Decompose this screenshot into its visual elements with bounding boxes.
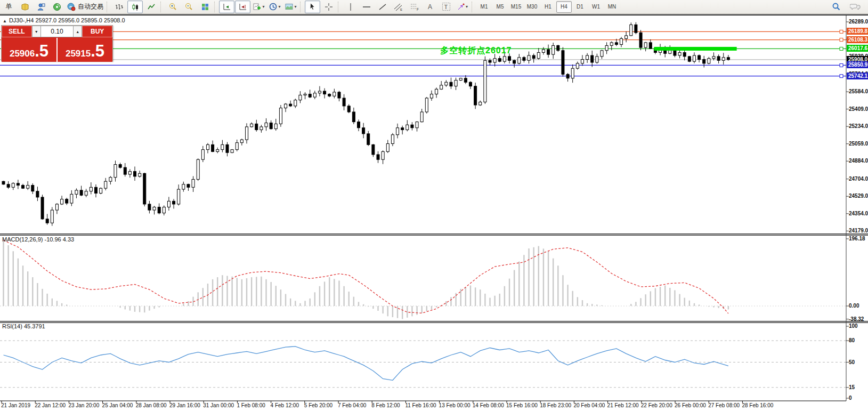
buy-price-frac: .5 [91,41,104,61]
chart-annotation-text[interactable]: 多空转折点26017 [440,45,512,57]
dropdown-icon: ▾ [278,4,280,9]
svg-text:E: E [400,8,402,11]
timeframe-button-D1[interactable]: D1 [572,1,588,13]
time-axis-label: 27 Feb 08:00 [708,402,740,408]
buy-button[interactable]: BUY [82,26,112,37]
auto-scroll-button[interactable] [219,1,234,13]
text-button[interactable]: A [423,1,438,13]
time-axis-label: 26 Feb 00:00 [675,402,706,408]
timeframe-button-H4[interactable]: H4 [556,1,572,13]
time-axis-label: 7 Feb 04:00 [338,402,366,408]
price-axis-label: 25234.0 [849,123,867,129]
periods-dropdown[interactable]: ▾ [267,1,282,13]
line-handle[interactable] [840,63,843,67]
toolbar-separator [472,2,475,12]
chart-canvas[interactable] [0,15,868,411]
tile-windows-button[interactable] [197,1,213,13]
highlight-box[interactable] [654,47,736,51]
svg-text:T: T [444,4,448,10]
bar-chart-button[interactable] [111,1,127,13]
dropdown-icon: ▾ [466,4,468,9]
price-axis-label: 24179.0 [849,228,867,233]
search-icon[interactable] [829,1,844,13]
community-icon[interactable] [33,1,48,13]
timeframe-button-MN[interactable]: MN [604,1,620,13]
time-axis-label: 23 Jan 20:00 [68,402,99,408]
crosshair-button[interactable] [321,1,336,13]
time-axis-label: 1 Feb 08:00 [237,402,265,408]
candlestick-chart-button[interactable] [127,1,143,13]
buy-price-main: 25915 [66,44,91,64]
fibonacci-button[interactable]: F [407,1,422,13]
sell-price[interactable]: 25906.5 [2,38,56,62]
trendline-button[interactable] [375,1,390,13]
timeframe-group: M1M5M15M30H1H4D1W1MN [476,1,620,13]
timeframe-button-W1[interactable]: W1 [588,1,604,13]
zoom-in-button[interactable] [165,1,181,13]
time-axis-label: 18 Feb 23:00 [540,402,571,408]
time-axis-label: 14 Feb 08:00 [473,402,504,408]
vertical-line-button[interactable] [343,1,358,13]
toolbar-separator [338,2,341,12]
rsi-axis-label: 0 [849,395,867,401]
price-level-badge: 26017.6 [847,45,868,52]
templates-dropdown[interactable]: ▾ [283,1,298,13]
toolbar-separator [160,2,164,12]
timeframe-button-M30[interactable]: M30 [524,1,540,13]
time-axis-label: 13 Feb 00:00 [439,402,470,408]
autotrade-button[interactable]: 自动交易 [65,1,105,13]
equidistant-channel-button[interactable]: E [391,1,406,13]
line-handle[interactable] [840,47,843,50]
price-axis-label: 24704.0 [849,176,867,182]
time-axis-label: 21 Jan 2019 [1,402,30,408]
line-chart-button[interactable] [143,1,159,13]
new-order-button[interactable]: 单 [1,1,17,13]
time-axis-label: 28 Feb 16:00 [742,402,773,408]
chart-shift-button[interactable] [235,1,250,13]
signals-icon[interactable] [49,1,64,13]
price-level-badge: 26189.8 [847,28,868,35]
toolbar-separator [300,2,303,12]
arrows-dropdown[interactable]: ▾ [455,1,470,13]
time-axis-label: 22 Jan 12:00 [35,402,66,408]
rsi-label: RSI(14) 45.3791 [2,323,45,329]
macd-signal-line [4,240,728,313]
time-axis-label: 20 Feb 04:00 [573,402,605,408]
time-axis-label: 11 Feb 16:00 [405,402,436,408]
new-order-label: 单 [6,2,12,11]
timeframe-button-M1[interactable]: M1 [476,1,492,13]
volume-decrease-button[interactable]: ▼ [32,26,41,37]
line-handle[interactable] [840,30,843,33]
new-chart-dropdown[interactable]: ▾ [251,1,266,13]
rsi-axis-label: 15 [849,384,867,390]
timeframe-button-M15[interactable]: M15 [508,1,524,13]
cursor-button[interactable] [305,1,320,13]
chart-ohlc-text: DJ30-,H4 25927.0 25956.0 25895.0 25908.0 [9,17,125,23]
line-handle[interactable] [840,38,843,42]
macd-axis-label: -38.32 [849,316,867,322]
text-label-button[interactable]: T [439,1,454,13]
price-axis-label: 26289.0 [849,19,867,25]
volume-increase-button[interactable]: ▲ [73,26,82,37]
chat-icon[interactable] [847,1,863,13]
chart-title: ▲DJ30-,H4 25927.0 25956.0 25895.0 25908.… [3,17,125,23]
price-level-badge: 25850.9 [847,61,868,68]
horizontal-line-button[interactable] [359,1,374,13]
time-axis-label: 28 Jan 08:00 [136,402,167,408]
time-axis-label: 31 Jan 00:00 [203,402,234,408]
volume-input[interactable] [41,26,73,37]
price-axis-label: 25584.0 [849,88,867,94]
dropdown-icon: ▾ [262,4,264,9]
svg-text:F: F [417,7,419,11]
rsi-axis-label: 80 [849,337,867,343]
price-axis-label: 24354.0 [849,211,867,216]
price-axis-label: 24884.0 [849,158,867,164]
timeframe-button-H1[interactable]: H1 [540,1,556,13]
collapse-panel-icon[interactable]: ▲ [3,19,7,23]
history-center-icon[interactable] [17,1,33,13]
sell-button[interactable]: SELL [2,26,32,37]
zoom-out-button[interactable] [181,1,197,13]
line-handle[interactable] [840,75,843,78]
timeframe-button-M5[interactable]: M5 [492,1,508,13]
buy-price[interactable]: 25915.5 [58,38,112,62]
